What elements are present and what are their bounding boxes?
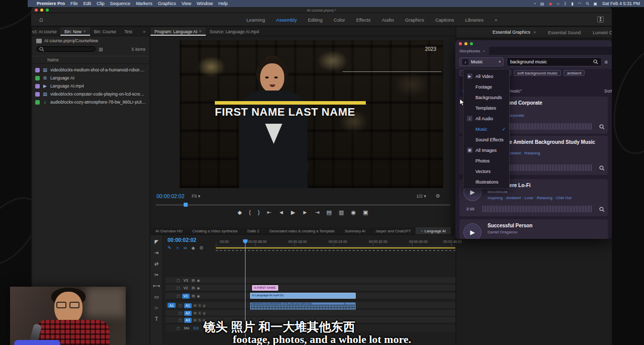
- search-icon[interactable]: [593, 59, 598, 64]
- sort-dropdown[interactable]: Sort by: [604, 89, 612, 94]
- track-output-eye-icon[interactable]: ◉: [197, 286, 200, 290]
- lock-icon[interactable]: ▢: [179, 311, 182, 315]
- close-icon[interactable]: ×: [421, 229, 423, 233]
- track-output-eye-icon[interactable]: ◉: [197, 294, 200, 298]
- clip-audio[interactable]: audioblocks-cozy-atmosphere-78-bw_960Lr-…: [250, 302, 356, 310]
- menu-graphics[interactable]: Graphics: [158, 1, 176, 6]
- menu-item-vectors[interactable]: Vectors: [463, 166, 509, 177]
- go-to-in-button[interactable]: ⇤: [267, 209, 271, 216]
- track-title[interactable]: Successful Person: [488, 223, 603, 228]
- breadcrumb[interactable]: AI course.prproj/CourseNew: [32, 36, 149, 45]
- panel-menu-icon[interactable]: ≡: [199, 29, 202, 34]
- zoom-waveform-icon[interactable]: [599, 165, 605, 171]
- track-label-v3[interactable]: V3: [182, 278, 190, 283]
- project-row[interactable]: ▤ videoblocks-computer-code-playing-on-l…: [32, 90, 149, 98]
- track-select-tool[interactable]: ⇥: [154, 250, 158, 255]
- control-center-icon[interactable]: ▣: [593, 2, 597, 6]
- view-options-icon[interactable]: ≡: [605, 59, 608, 65]
- menu-item-footage[interactable]: Footage: [463, 81, 509, 92]
- clip-language-ai-video[interactable]: fx Language AI.mp4 [V]: [250, 293, 356, 299]
- project-row[interactable]: ▶ Language AI.mp4: [32, 82, 149, 90]
- minimize-window-button[interactable]: [464, 42, 467, 45]
- project-search-input[interactable]: [36, 46, 96, 52]
- label-chip[interactable]: [35, 100, 40, 105]
- track-label-a2[interactable]: A2: [184, 311, 192, 316]
- list-view-icon[interactable]: ▥: [99, 47, 103, 52]
- menu-item-sound-effects[interactable]: Sound Effects: [463, 134, 509, 145]
- track-v2[interactable]: ▢V2▤◉ fx FIRST NAME: [166, 285, 455, 291]
- program-scrub-bar[interactable]: [155, 204, 450, 206]
- label-chip[interactable]: [35, 76, 40, 80]
- home-icon[interactable]: ⌂: [39, 16, 43, 23]
- hand-tool[interactable]: ☞: [154, 305, 159, 311]
- label-chip[interactable]: [35, 92, 40, 97]
- mark-out-button[interactable]: }: [258, 209, 260, 216]
- category-dropdown[interactable]: ♪ Music ▾: [459, 57, 504, 66]
- battery-icon[interactable]: ▮: [571, 2, 573, 6]
- project-row[interactable]: ♪ audioblocks-cozy-atmosphere-78-bw_960L…: [32, 98, 149, 106]
- menu-item-all-images[interactable]: ▦All Images: [463, 145, 509, 155]
- clip-first-name[interactable]: fx FIRST NAME: [252, 285, 278, 291]
- chip-soft-background-music[interactable]: soft background music: [514, 70, 561, 76]
- menubar-clock[interactable]: Sat Feb 4 5:31 PM: [602, 1, 640, 6]
- workspace-tab-editing[interactable]: Editing: [308, 17, 323, 23]
- monitor-settings-icon[interactable]: ⚙: [436, 193, 440, 199]
- tab-program-monitor[interactable]: Program: Language AI≡: [150, 27, 206, 36]
- label-chip[interactable]: [35, 68, 40, 72]
- mute-button[interactable]: M: [194, 304, 197, 307]
- bluetooth-icon[interactable]: ᛒ: [564, 2, 567, 6]
- workspace-tab-color[interactable]: Color: [334, 17, 345, 23]
- comparison-view-button[interactable]: ▣: [363, 209, 368, 216]
- label-chip[interactable]: [35, 84, 40, 89]
- extract-button[interactable]: ▥: [339, 209, 344, 216]
- lock-icon[interactable]: ▢: [179, 304, 182, 308]
- work-area-bar[interactable]: [216, 247, 455, 248]
- step-forward-button[interactable]: ►: [302, 209, 308, 216]
- menu-edit[interactable]: Edit: [84, 1, 92, 6]
- play-button[interactable]: ▶: [291, 209, 295, 216]
- linked-selection-icon[interactable]: ∞: [184, 245, 187, 250]
- menu-item-illustrations[interactable]: Illustrations: [463, 177, 509, 187]
- tab-source-monitor[interactable]: Source: Language AI.mp4: [206, 27, 263, 36]
- pen-tool[interactable]: ▭: [154, 294, 158, 300]
- workspace-tab-effects[interactable]: Effects: [356, 17, 371, 23]
- workspace-tab-learning[interactable]: Learning: [247, 17, 265, 23]
- go-to-out-button[interactable]: ⇥: [315, 209, 319, 216]
- solo-button[interactable]: S: [198, 304, 201, 307]
- timeline-ruler[interactable]: 00:00 00:00:08:00 00:00:16:00 00:00:24:0…: [216, 239, 455, 246]
- fit-dropdown[interactable]: Fit ▾: [192, 194, 200, 199]
- menu-window[interactable]: Window: [197, 1, 213, 6]
- solo-button[interactable]: S: [198, 311, 201, 315]
- menu-premiere-pro[interactable]: Premiere Pro: [37, 1, 65, 6]
- close-window-button[interactable]: [459, 42, 462, 45]
- sequence-tab[interactable]: Jasper and ChatGPT: [370, 227, 416, 234]
- zoom-waveform-icon[interactable]: [599, 207, 605, 212]
- add-marker-button[interactable]: ◆: [237, 209, 242, 216]
- track-tags[interactable]: Inspiring · Ambient · Love · Relaxing · …: [488, 196, 604, 200]
- track-label-v2[interactable]: V2: [182, 286, 190, 291]
- sequence-tab[interactable]: AI Overview HD: [150, 227, 187, 234]
- timeline-settings-icon[interactable]: ⚙: [199, 245, 203, 250]
- tab-test[interactable]: Test: [120, 27, 136, 36]
- export-frame-button[interactable]: ◉: [351, 209, 356, 216]
- workspace-tab-graphics[interactable]: Graphics: [405, 17, 424, 23]
- ripple-edit-tool[interactable]: ⇄: [154, 261, 158, 267]
- sequence-tab[interactable]: Summary AI: [340, 227, 370, 234]
- chip-ambient[interactable]: ambient: [564, 70, 585, 76]
- close-icon[interactable]: ×: [482, 49, 485, 53]
- menu-item-music[interactable]: Music✓: [463, 124, 509, 134]
- track-artist[interactable]: MoodMode: [488, 190, 508, 194]
- menu-item-templates[interactable]: Templates: [463, 103, 509, 113]
- tab-bin-new[interactable]: Bin: New≡: [60, 27, 90, 36]
- track-artist[interactable]: Daniel Draganov: [488, 230, 518, 234]
- project-row[interactable]: ▤ videoblocks-medium-shot-of-a-humanoid-…: [32, 66, 149, 74]
- spotlight-search-icon[interactable]: ⚲: [585, 1, 590, 7]
- menu-item-photos[interactable]: Photos: [463, 155, 509, 166]
- project-row[interactable]: ⧉ Language AI: [32, 74, 149, 82]
- timeline-timecode[interactable]: 00:00:02:02: [168, 237, 196, 243]
- track-output-eye-icon[interactable]: ◉: [197, 279, 200, 283]
- selection-tool[interactable]: ◤: [154, 239, 158, 244]
- snap-icon[interactable]: ∩: [176, 245, 179, 250]
- tab-bin-course[interactable]: Bin: Course: [90, 27, 120, 36]
- name-column-header[interactable]: Name: [32, 56, 149, 64]
